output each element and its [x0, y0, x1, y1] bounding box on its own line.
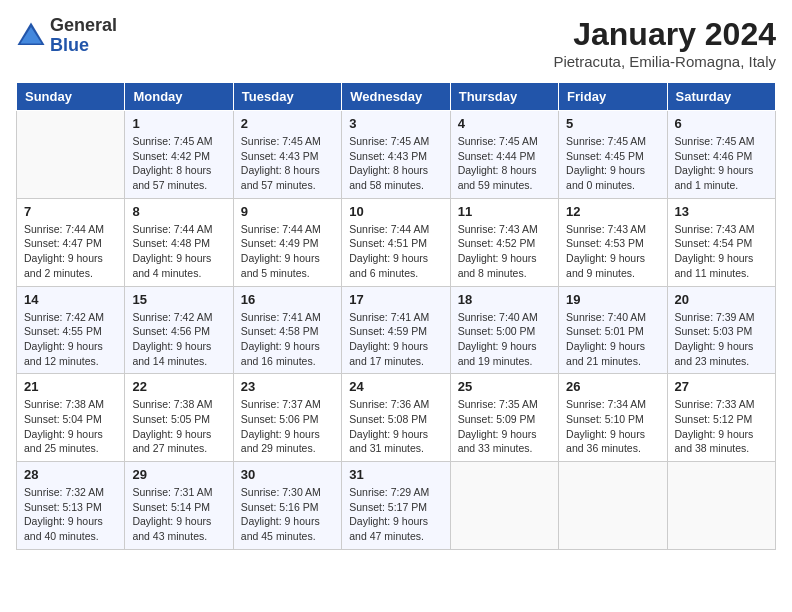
day-info: Sunrise: 7:41 AMSunset: 4:59 PMDaylight:… — [349, 310, 442, 369]
day-info: Sunrise: 7:43 AMSunset: 4:54 PMDaylight:… — [675, 222, 768, 281]
day-info: Sunrise: 7:45 AMSunset: 4:45 PMDaylight:… — [566, 134, 659, 193]
day-info: Sunrise: 7:33 AMSunset: 5:12 PMDaylight:… — [675, 397, 768, 456]
day-info: Sunrise: 7:44 AMSunset: 4:47 PMDaylight:… — [24, 222, 117, 281]
calendar-cell: 3Sunrise: 7:45 AMSunset: 4:43 PMDaylight… — [342, 111, 450, 199]
day-number: 12 — [566, 204, 659, 219]
day-number: 24 — [349, 379, 442, 394]
day-number: 13 — [675, 204, 768, 219]
day-info: Sunrise: 7:45 AMSunset: 4:43 PMDaylight:… — [349, 134, 442, 193]
day-number: 17 — [349, 292, 442, 307]
day-info: Sunrise: 7:38 AMSunset: 5:04 PMDaylight:… — [24, 397, 117, 456]
calendar-cell: 10Sunrise: 7:44 AMSunset: 4:51 PMDayligh… — [342, 198, 450, 286]
calendar-cell: 16Sunrise: 7:41 AMSunset: 4:58 PMDayligh… — [233, 286, 341, 374]
calendar-cell: 30Sunrise: 7:30 AMSunset: 5:16 PMDayligh… — [233, 462, 341, 550]
day-number: 15 — [132, 292, 225, 307]
calendar-cell: 17Sunrise: 7:41 AMSunset: 4:59 PMDayligh… — [342, 286, 450, 374]
day-number: 5 — [566, 116, 659, 131]
day-info: Sunrise: 7:42 AMSunset: 4:56 PMDaylight:… — [132, 310, 225, 369]
day-number: 16 — [241, 292, 334, 307]
day-info: Sunrise: 7:45 AMSunset: 4:43 PMDaylight:… — [241, 134, 334, 193]
day-info: Sunrise: 7:45 AMSunset: 4:42 PMDaylight:… — [132, 134, 225, 193]
day-info: Sunrise: 7:30 AMSunset: 5:16 PMDaylight:… — [241, 485, 334, 544]
calendar-cell: 5Sunrise: 7:45 AMSunset: 4:45 PMDaylight… — [559, 111, 667, 199]
day-info: Sunrise: 7:38 AMSunset: 5:05 PMDaylight:… — [132, 397, 225, 456]
calendar-cell: 8Sunrise: 7:44 AMSunset: 4:48 PMDaylight… — [125, 198, 233, 286]
day-number: 7 — [24, 204, 117, 219]
week-row-1: 1Sunrise: 7:45 AMSunset: 4:42 PMDaylight… — [17, 111, 776, 199]
day-info: Sunrise: 7:44 AMSunset: 4:49 PMDaylight:… — [241, 222, 334, 281]
title-area: January 2024 Pietracuta, Emilia-Romagna,… — [553, 16, 776, 70]
calendar-cell: 15Sunrise: 7:42 AMSunset: 4:56 PMDayligh… — [125, 286, 233, 374]
page-header: General Blue January 2024 Pietracuta, Em… — [16, 16, 776, 70]
calendar-cell: 11Sunrise: 7:43 AMSunset: 4:52 PMDayligh… — [450, 198, 558, 286]
day-number: 9 — [241, 204, 334, 219]
day-number: 29 — [132, 467, 225, 482]
logo-icon — [16, 21, 46, 51]
calendar-cell: 31Sunrise: 7:29 AMSunset: 5:17 PMDayligh… — [342, 462, 450, 550]
calendar-cell: 27Sunrise: 7:33 AMSunset: 5:12 PMDayligh… — [667, 374, 775, 462]
day-number: 20 — [675, 292, 768, 307]
day-info: Sunrise: 7:43 AMSunset: 4:52 PMDaylight:… — [458, 222, 551, 281]
week-row-3: 14Sunrise: 7:42 AMSunset: 4:55 PMDayligh… — [17, 286, 776, 374]
day-info: Sunrise: 7:31 AMSunset: 5:14 PMDaylight:… — [132, 485, 225, 544]
week-row-2: 7Sunrise: 7:44 AMSunset: 4:47 PMDaylight… — [17, 198, 776, 286]
day-number: 14 — [24, 292, 117, 307]
day-info: Sunrise: 7:40 AMSunset: 5:01 PMDaylight:… — [566, 310, 659, 369]
day-info: Sunrise: 7:32 AMSunset: 5:13 PMDaylight:… — [24, 485, 117, 544]
week-row-4: 21Sunrise: 7:38 AMSunset: 5:04 PMDayligh… — [17, 374, 776, 462]
logo: General Blue — [16, 16, 117, 56]
calendar-cell: 25Sunrise: 7:35 AMSunset: 5:09 PMDayligh… — [450, 374, 558, 462]
header-day-sunday: Sunday — [17, 83, 125, 111]
calendar-cell: 26Sunrise: 7:34 AMSunset: 5:10 PMDayligh… — [559, 374, 667, 462]
day-info: Sunrise: 7:40 AMSunset: 5:00 PMDaylight:… — [458, 310, 551, 369]
calendar-cell: 7Sunrise: 7:44 AMSunset: 4:47 PMDaylight… — [17, 198, 125, 286]
calendar-cell: 21Sunrise: 7:38 AMSunset: 5:04 PMDayligh… — [17, 374, 125, 462]
day-number: 26 — [566, 379, 659, 394]
day-number: 1 — [132, 116, 225, 131]
header-day-friday: Friday — [559, 83, 667, 111]
header-day-wednesday: Wednesday — [342, 83, 450, 111]
header-row: SundayMondayTuesdayWednesdayThursdayFrid… — [17, 83, 776, 111]
calendar-cell: 24Sunrise: 7:36 AMSunset: 5:08 PMDayligh… — [342, 374, 450, 462]
day-number: 31 — [349, 467, 442, 482]
day-number: 11 — [458, 204, 551, 219]
day-info: Sunrise: 7:42 AMSunset: 4:55 PMDaylight:… — [24, 310, 117, 369]
logo-text: General Blue — [50, 16, 117, 56]
calendar-table: SundayMondayTuesdayWednesdayThursdayFrid… — [16, 82, 776, 550]
day-number: 10 — [349, 204, 442, 219]
calendar-cell: 6Sunrise: 7:45 AMSunset: 4:46 PMDaylight… — [667, 111, 775, 199]
calendar-cell: 9Sunrise: 7:44 AMSunset: 4:49 PMDaylight… — [233, 198, 341, 286]
day-info: Sunrise: 7:29 AMSunset: 5:17 PMDaylight:… — [349, 485, 442, 544]
calendar-cell: 14Sunrise: 7:42 AMSunset: 4:55 PMDayligh… — [17, 286, 125, 374]
day-info: Sunrise: 7:39 AMSunset: 5:03 PMDaylight:… — [675, 310, 768, 369]
calendar-cell: 2Sunrise: 7:45 AMSunset: 4:43 PMDaylight… — [233, 111, 341, 199]
day-number: 21 — [24, 379, 117, 394]
calendar-cell: 12Sunrise: 7:43 AMSunset: 4:53 PMDayligh… — [559, 198, 667, 286]
day-number: 23 — [241, 379, 334, 394]
calendar-cell — [17, 111, 125, 199]
day-number: 8 — [132, 204, 225, 219]
day-number: 4 — [458, 116, 551, 131]
calendar-cell — [450, 462, 558, 550]
day-info: Sunrise: 7:43 AMSunset: 4:53 PMDaylight:… — [566, 222, 659, 281]
calendar-cell: 1Sunrise: 7:45 AMSunset: 4:42 PMDaylight… — [125, 111, 233, 199]
calendar-cell — [667, 462, 775, 550]
day-number: 3 — [349, 116, 442, 131]
day-info: Sunrise: 7:45 AMSunset: 4:44 PMDaylight:… — [458, 134, 551, 193]
logo-blue-text: Blue — [50, 36, 117, 56]
day-info: Sunrise: 7:37 AMSunset: 5:06 PMDaylight:… — [241, 397, 334, 456]
day-number: 30 — [241, 467, 334, 482]
location: Pietracuta, Emilia-Romagna, Italy — [553, 53, 776, 70]
day-number: 22 — [132, 379, 225, 394]
day-number: 27 — [675, 379, 768, 394]
day-number: 19 — [566, 292, 659, 307]
day-info: Sunrise: 7:44 AMSunset: 4:51 PMDaylight:… — [349, 222, 442, 281]
logo-general-text: General — [50, 16, 117, 36]
calendar-cell: 28Sunrise: 7:32 AMSunset: 5:13 PMDayligh… — [17, 462, 125, 550]
header-day-tuesday: Tuesday — [233, 83, 341, 111]
calendar-cell — [559, 462, 667, 550]
calendar-cell: 23Sunrise: 7:37 AMSunset: 5:06 PMDayligh… — [233, 374, 341, 462]
calendar-header: SundayMondayTuesdayWednesdayThursdayFrid… — [17, 83, 776, 111]
day-number: 6 — [675, 116, 768, 131]
calendar-cell: 4Sunrise: 7:45 AMSunset: 4:44 PMDaylight… — [450, 111, 558, 199]
